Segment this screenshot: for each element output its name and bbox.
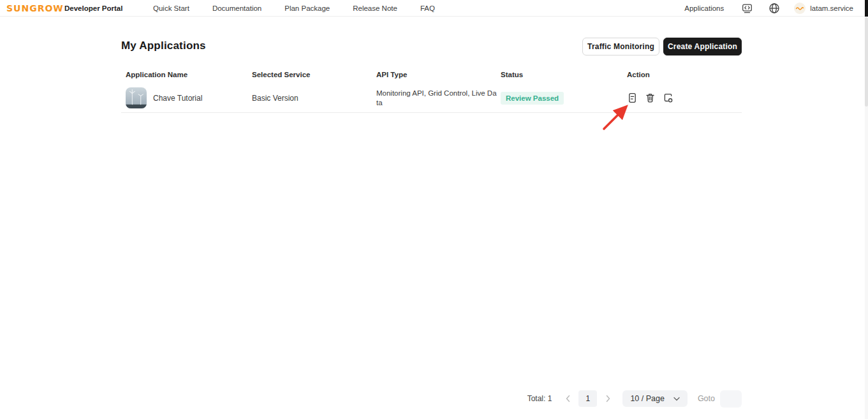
nav-item-quick-start[interactable]: Quick Start [153, 4, 189, 12]
col-header-api-type: API Type [376, 71, 407, 78]
col-header-application-name: Application Name [126, 71, 188, 78]
nav-item-applications[interactable]: Applications [684, 4, 724, 12]
nav-right-group: Applications [684, 0, 853, 17]
api-type: Monitoring API, Grid Control, Live Data [376, 89, 497, 108]
create-application-button[interactable]: Create Application [663, 38, 742, 55]
wind-turbine-image [126, 87, 147, 108]
globe-icon[interactable] [769, 3, 780, 14]
page-size-value: 10 / Page [630, 394, 665, 403]
nav-item-plan-package[interactable]: Plan Package [284, 4, 330, 12]
page-title: My Applications [121, 40, 206, 52]
detail-icon[interactable] [627, 92, 638, 103]
col-header-status: Status [501, 71, 523, 78]
col-header-selected-service: Selected Service [252, 71, 310, 78]
developer-portal-screen: SUNGROW Developer Portal Quick Start Doc… [0, 0, 868, 419]
page-size-select[interactable]: 10 / Page [622, 390, 688, 407]
chevron-left-icon[interactable] [562, 390, 573, 407]
traffic-monitoring-button[interactable]: Traffic Monitoring [582, 38, 659, 55]
goto-page-input[interactable] [720, 390, 742, 408]
application-name: Chave Tutorial [153, 84, 202, 112]
col-header-action: Action [627, 71, 650, 78]
scrollbar-thumb[interactable] [865, 17, 868, 107]
sungrow-logo[interactable]: SUNGROW [6, 3, 64, 13]
brand-title: Developer Portal [64, 4, 122, 12]
nav-item-faq[interactable]: FAQ [420, 4, 435, 12]
delete-icon[interactable] [645, 92, 656, 103]
nav-item-documentation[interactable]: Documentation [212, 4, 261, 12]
pagination-total: Total: 1 [527, 394, 552, 403]
scrollbar-top-segment [865, 0, 868, 17]
avatar-logo-icon [795, 3, 805, 13]
nav-item-release-note[interactable]: Release Note [353, 4, 397, 12]
top-nav-bar: SUNGROW Developer Portal Quick Start Doc… [0, 0, 868, 17]
user-avatar[interactable] [794, 3, 805, 14]
status-badge: Review Passed [501, 92, 564, 105]
application-thumbnail [126, 87, 147, 108]
applications-table-header: Application Name Selected Service API Ty… [121, 71, 742, 84]
chevron-down-icon [673, 397, 680, 401]
goto-label: Goto [698, 394, 715, 403]
table-row: Chave Tutorial Basic Version Monitoring … [121, 84, 742, 113]
username-label[interactable]: latam.service [810, 4, 853, 12]
console-icon[interactable] [741, 3, 753, 14]
selected-service: Basic Version [252, 84, 298, 112]
file-settings-icon[interactable] [663, 92, 673, 103]
pagination-bar: Total: 1 1 10 / Page Goto [527, 390, 742, 408]
nav-menu: Quick Start Documentation Plan Package R… [153, 0, 435, 17]
action-buttons [627, 92, 673, 103]
page-number-button[interactable]: 1 [578, 390, 597, 407]
chevron-right-icon[interactable] [602, 390, 614, 407]
